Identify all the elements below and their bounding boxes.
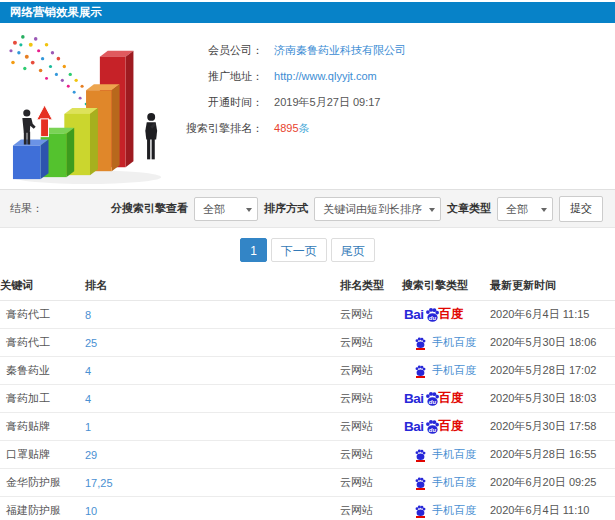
baidu-mobile-icon [414,336,427,350]
rank-link[interactable]: 10 [85,505,340,517]
rank-type-text: 云网站 [340,363,402,378]
rank-type-text: 云网站 [340,307,402,322]
sort-filter-label: 排序方式 [264,201,308,216]
baidu-mobile-icon [414,448,427,462]
page-1-button[interactable]: 1 [240,238,267,262]
engine-filter-select[interactable]: 全部 [194,197,258,221]
baidu-logo-text-du: 百度 [439,306,464,323]
baidu-mobile-underline [416,488,425,490]
rank-link[interactable]: 1 [85,421,340,433]
promo-url-link[interactable]: http://www.qlyyjt.com [274,70,377,82]
keyword-text: 膏药加工 [0,391,85,406]
baidu-pc-logo: Baidu百度 [404,418,464,435]
rank-link[interactable]: 25 [85,337,340,349]
next-page-button[interactable]: 下一页 [271,238,327,262]
info-section: 会员公司： 济南秦鲁药业科技有限公司 推广地址： http://www.qlyy… [0,23,615,189]
pagination: 1 下一页 尾页 [0,238,615,262]
updated-time-text: 2020年5月30日 18:06 [490,335,615,350]
engine-cell: 手机百度 [402,363,490,378]
baidu-mobile-underline [416,460,425,462]
rank-link[interactable]: 4 [85,393,340,405]
col-header-keyword: 关键词 [0,278,85,293]
engine-filter-label: 分搜索引擎查看 [111,201,188,216]
type-filter-label: 文章类型 [447,201,491,216]
baidu-logo-text-bai: Bai [404,419,424,434]
svg-text:du: du [428,427,436,433]
baidu-mobile-label: 手机百度 [432,503,476,518]
baidu-mobile-underline [416,348,425,350]
engine-cell: 手机百度 [402,475,490,490]
rank-type-text: 云网站 [340,335,402,350]
table-body: 膏药代工8云网站Baidu百度2020年6月4日 11:15膏药代工25云网站手… [0,301,615,520]
baidu-mobile-logo: 手机百度 [414,447,476,462]
table-row: 膏药贴牌1云网站Baidu百度2020年5月30日 17:58 [0,413,615,441]
baidu-mobile-label: 手机百度 [432,447,476,462]
chevron-down-icon [246,208,252,212]
baidu-mobile-logo: 手机百度 [414,363,476,378]
info-row-company: 会员公司： 济南秦鲁药业科技有限公司 [177,37,406,63]
keyword-text: 膏药代工 [0,335,85,350]
rank-type-text: 云网站 [340,447,402,462]
updated-time-text: 2020年6月20日 09:25 [490,475,615,490]
businessman-left [22,109,35,144]
keyword-text: 金华防护服 [0,475,85,490]
col-header-rank-type: 排名类型 [340,278,402,293]
page-title-bar: 网络营销效果展示 [0,2,615,23]
baidu-mobile-underline [416,376,425,378]
open-time-value: 2019年5月27日 09:17 [274,96,380,108]
engine-cell: Baidu百度 [402,306,490,323]
col-header-engine-type: 搜索引擎类型 [402,278,490,293]
engine-rank-unit: 条 [299,122,310,134]
baidu-mobile-icon [414,504,427,518]
info-row-opened: 开通时间： 2019年5月27日 09:17 [177,89,406,115]
baidu-mobile-label: 手机百度 [432,363,476,378]
baidu-mobile-label: 手机百度 [432,475,476,490]
table-row: 金华防护服17,25云网站手机百度2020年6月20日 09:25 [0,469,615,497]
keyword-text: 秦鲁药业 [0,363,85,378]
keyword-text: 膏药代工 [0,307,85,322]
col-header-rank: 排名 [85,278,340,293]
engine-cell: Baidu百度 [402,390,490,407]
baidu-pc-logo: Baidu百度 [404,306,464,323]
promo-url-label: 推广地址： [177,63,263,89]
rank-link[interactable]: 4 [85,365,340,377]
chart-bars [13,51,161,184]
table-row: 秦鲁药业4云网站手机百度2020年5月28日 17:02 [0,357,615,385]
marketing-effect-page: 网络营销效果展示 [0,0,615,520]
updated-time-text: 2020年5月30日 18:03 [490,391,615,406]
baidu-mobile-logo: 手机百度 [414,503,476,518]
filter-group: 分搜索引擎查看 全部 排序方式 关键词由短到长排序 文章类型 全部 提交 [111,196,603,222]
baidu-logo-text-bai: Bai [404,391,424,406]
info-row-rank: 搜索引擎排名： 4895条 [177,115,406,141]
updated-time-text: 2020年5月28日 16:55 [490,447,615,462]
keyword-text: 膏药贴牌 [0,419,85,434]
table-row: 膏药加工4云网站Baidu百度2020年5月30日 18:03 [0,385,615,413]
baidu-mobile-icon [414,476,427,490]
rank-type-text: 云网站 [340,419,402,434]
results-label: 结果： [10,201,43,216]
keyword-text: 福建防护服 [0,503,85,518]
baidu-logo-text-du: 百度 [439,390,464,407]
table-row: 福建防护服10云网站手机百度2020年6月4日 11:10 [0,497,615,520]
baidu-mobile-label: 手机百度 [432,335,476,350]
last-page-button[interactable]: 尾页 [331,238,375,262]
updated-time-text: 2020年6月4日 11:15 [490,307,615,322]
rank-link[interactable]: 29 [85,449,340,461]
baidu-mobile-icon [414,364,427,378]
company-link[interactable]: 济南秦鲁药业科技有限公司 [274,44,406,56]
confetti-dots [9,35,95,111]
rank-link[interactable]: 17,25 [85,477,340,489]
submit-button[interactable]: 提交 [559,196,603,222]
updated-time-text: 2020年6月4日 11:10 [490,503,615,518]
table-row: 膏药代工8云网站Baidu百度2020年6月4日 11:15 [0,301,615,329]
engine-cell: 手机百度 [402,503,490,518]
sort-filter-select[interactable]: 关键词由短到长排序 [314,197,441,221]
table-row: 膏药代工25云网站手机百度2020年5月30日 18:06 [0,329,615,357]
rank-link[interactable]: 8 [85,309,340,321]
baidu-pc-logo: Baidu百度 [404,390,464,407]
rank-type-text: 云网站 [340,391,402,406]
type-filter-select[interactable]: 全部 [497,197,553,221]
baidu-mobile-logo: 手机百度 [414,475,476,490]
rank-type-text: 云网站 [340,475,402,490]
bar-chart-illustration [2,29,177,187]
